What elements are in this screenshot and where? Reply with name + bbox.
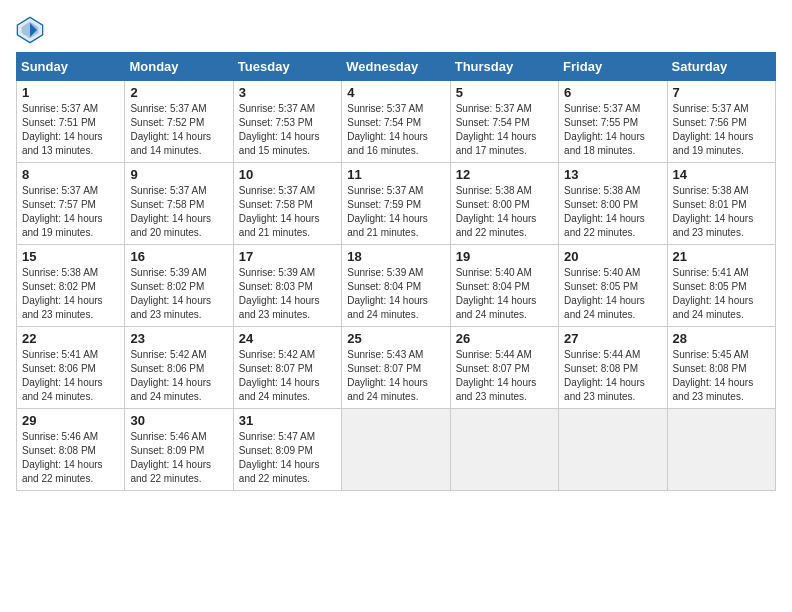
calendar-cell: 18Sunrise: 5:39 AMSunset: 8:04 PMDayligh…	[342, 245, 450, 327]
calendar-cell: 7Sunrise: 5:37 AMSunset: 7:56 PMDaylight…	[667, 81, 775, 163]
day-info: Sunrise: 5:37 AMSunset: 7:52 PMDaylight:…	[130, 102, 227, 158]
day-number: 21	[673, 249, 770, 264]
calendar-cell: 1Sunrise: 5:37 AMSunset: 7:51 PMDaylight…	[17, 81, 125, 163]
day-number: 19	[456, 249, 553, 264]
day-number: 29	[22, 413, 119, 428]
col-monday: Monday	[125, 53, 233, 81]
day-info: Sunrise: 5:44 AMSunset: 8:07 PMDaylight:…	[456, 348, 553, 404]
day-number: 18	[347, 249, 444, 264]
day-info: Sunrise: 5:39 AMSunset: 8:04 PMDaylight:…	[347, 266, 444, 322]
calendar-cell: 13Sunrise: 5:38 AMSunset: 8:00 PMDayligh…	[559, 163, 667, 245]
calendar-week-5: 29Sunrise: 5:46 AMSunset: 8:08 PMDayligh…	[17, 409, 776, 491]
day-info: Sunrise: 5:41 AMSunset: 8:06 PMDaylight:…	[22, 348, 119, 404]
day-number: 4	[347, 85, 444, 100]
day-info: Sunrise: 5:38 AMSunset: 8:02 PMDaylight:…	[22, 266, 119, 322]
page-header	[16, 16, 776, 44]
day-number: 9	[130, 167, 227, 182]
day-number: 5	[456, 85, 553, 100]
calendar-cell: 20Sunrise: 5:40 AMSunset: 8:05 PMDayligh…	[559, 245, 667, 327]
day-number: 7	[673, 85, 770, 100]
calendar-cell	[667, 409, 775, 491]
calendar-cell	[450, 409, 558, 491]
day-number: 31	[239, 413, 336, 428]
day-number: 3	[239, 85, 336, 100]
day-number: 22	[22, 331, 119, 346]
day-info: Sunrise: 5:38 AMSunset: 8:00 PMDaylight:…	[564, 184, 661, 240]
day-info: Sunrise: 5:38 AMSunset: 8:01 PMDaylight:…	[673, 184, 770, 240]
col-thursday: Thursday	[450, 53, 558, 81]
day-number: 26	[456, 331, 553, 346]
day-number: 20	[564, 249, 661, 264]
calendar-week-1: 1Sunrise: 5:37 AMSunset: 7:51 PMDaylight…	[17, 81, 776, 163]
day-info: Sunrise: 5:37 AMSunset: 7:59 PMDaylight:…	[347, 184, 444, 240]
day-info: Sunrise: 5:45 AMSunset: 8:08 PMDaylight:…	[673, 348, 770, 404]
day-info: Sunrise: 5:37 AMSunset: 7:56 PMDaylight:…	[673, 102, 770, 158]
day-number: 30	[130, 413, 227, 428]
day-info: Sunrise: 5:44 AMSunset: 8:08 PMDaylight:…	[564, 348, 661, 404]
calendar-cell: 29Sunrise: 5:46 AMSunset: 8:08 PMDayligh…	[17, 409, 125, 491]
calendar-cell: 8Sunrise: 5:37 AMSunset: 7:57 PMDaylight…	[17, 163, 125, 245]
calendar-cell: 31Sunrise: 5:47 AMSunset: 8:09 PMDayligh…	[233, 409, 341, 491]
day-info: Sunrise: 5:42 AMSunset: 8:06 PMDaylight:…	[130, 348, 227, 404]
calendar-cell: 3Sunrise: 5:37 AMSunset: 7:53 PMDaylight…	[233, 81, 341, 163]
day-number: 15	[22, 249, 119, 264]
day-number: 6	[564, 85, 661, 100]
day-number: 17	[239, 249, 336, 264]
calendar-table: Sunday Monday Tuesday Wednesday Thursday…	[16, 52, 776, 491]
day-info: Sunrise: 5:39 AMSunset: 8:03 PMDaylight:…	[239, 266, 336, 322]
day-info: Sunrise: 5:37 AMSunset: 7:57 PMDaylight:…	[22, 184, 119, 240]
day-info: Sunrise: 5:43 AMSunset: 8:07 PMDaylight:…	[347, 348, 444, 404]
col-saturday: Saturday	[667, 53, 775, 81]
day-info: Sunrise: 5:37 AMSunset: 7:54 PMDaylight:…	[347, 102, 444, 158]
calendar-cell: 9Sunrise: 5:37 AMSunset: 7:58 PMDaylight…	[125, 163, 233, 245]
day-number: 1	[22, 85, 119, 100]
calendar-cell: 2Sunrise: 5:37 AMSunset: 7:52 PMDaylight…	[125, 81, 233, 163]
day-number: 13	[564, 167, 661, 182]
logo	[16, 16, 48, 44]
calendar-cell: 17Sunrise: 5:39 AMSunset: 8:03 PMDayligh…	[233, 245, 341, 327]
calendar-cell: 23Sunrise: 5:42 AMSunset: 8:06 PMDayligh…	[125, 327, 233, 409]
calendar-cell: 14Sunrise: 5:38 AMSunset: 8:01 PMDayligh…	[667, 163, 775, 245]
calendar-cell: 19Sunrise: 5:40 AMSunset: 8:04 PMDayligh…	[450, 245, 558, 327]
day-number: 24	[239, 331, 336, 346]
calendar-cell: 28Sunrise: 5:45 AMSunset: 8:08 PMDayligh…	[667, 327, 775, 409]
calendar-cell: 10Sunrise: 5:37 AMSunset: 7:58 PMDayligh…	[233, 163, 341, 245]
day-number: 2	[130, 85, 227, 100]
day-number: 28	[673, 331, 770, 346]
col-tuesday: Tuesday	[233, 53, 341, 81]
day-info: Sunrise: 5:37 AMSunset: 7:58 PMDaylight:…	[239, 184, 336, 240]
calendar-week-2: 8Sunrise: 5:37 AMSunset: 7:57 PMDaylight…	[17, 163, 776, 245]
calendar-cell: 16Sunrise: 5:39 AMSunset: 8:02 PMDayligh…	[125, 245, 233, 327]
day-info: Sunrise: 5:42 AMSunset: 8:07 PMDaylight:…	[239, 348, 336, 404]
col-wednesday: Wednesday	[342, 53, 450, 81]
logo-icon	[16, 16, 44, 44]
calendar-cell: 4Sunrise: 5:37 AMSunset: 7:54 PMDaylight…	[342, 81, 450, 163]
calendar-body: 1Sunrise: 5:37 AMSunset: 7:51 PMDaylight…	[17, 81, 776, 491]
calendar-cell: 30Sunrise: 5:46 AMSunset: 8:09 PMDayligh…	[125, 409, 233, 491]
calendar-cell: 12Sunrise: 5:38 AMSunset: 8:00 PMDayligh…	[450, 163, 558, 245]
calendar-cell: 15Sunrise: 5:38 AMSunset: 8:02 PMDayligh…	[17, 245, 125, 327]
day-info: Sunrise: 5:37 AMSunset: 7:55 PMDaylight:…	[564, 102, 661, 158]
calendar-cell: 26Sunrise: 5:44 AMSunset: 8:07 PMDayligh…	[450, 327, 558, 409]
day-info: Sunrise: 5:46 AMSunset: 8:08 PMDaylight:…	[22, 430, 119, 486]
day-info: Sunrise: 5:46 AMSunset: 8:09 PMDaylight:…	[130, 430, 227, 486]
calendar-cell	[342, 409, 450, 491]
day-number: 12	[456, 167, 553, 182]
calendar-cell: 6Sunrise: 5:37 AMSunset: 7:55 PMDaylight…	[559, 81, 667, 163]
calendar-cell: 25Sunrise: 5:43 AMSunset: 8:07 PMDayligh…	[342, 327, 450, 409]
col-sunday: Sunday	[17, 53, 125, 81]
day-info: Sunrise: 5:37 AMSunset: 7:54 PMDaylight:…	[456, 102, 553, 158]
day-info: Sunrise: 5:40 AMSunset: 8:05 PMDaylight:…	[564, 266, 661, 322]
col-friday: Friday	[559, 53, 667, 81]
day-info: Sunrise: 5:37 AMSunset: 7:51 PMDaylight:…	[22, 102, 119, 158]
day-number: 8	[22, 167, 119, 182]
calendar-cell: 5Sunrise: 5:37 AMSunset: 7:54 PMDaylight…	[450, 81, 558, 163]
day-number: 23	[130, 331, 227, 346]
calendar-cell: 11Sunrise: 5:37 AMSunset: 7:59 PMDayligh…	[342, 163, 450, 245]
calendar-cell	[559, 409, 667, 491]
day-info: Sunrise: 5:37 AMSunset: 7:58 PMDaylight:…	[130, 184, 227, 240]
calendar-cell: 22Sunrise: 5:41 AMSunset: 8:06 PMDayligh…	[17, 327, 125, 409]
calendar-cell: 21Sunrise: 5:41 AMSunset: 8:05 PMDayligh…	[667, 245, 775, 327]
day-number: 25	[347, 331, 444, 346]
header-row: Sunday Monday Tuesday Wednesday Thursday…	[17, 53, 776, 81]
